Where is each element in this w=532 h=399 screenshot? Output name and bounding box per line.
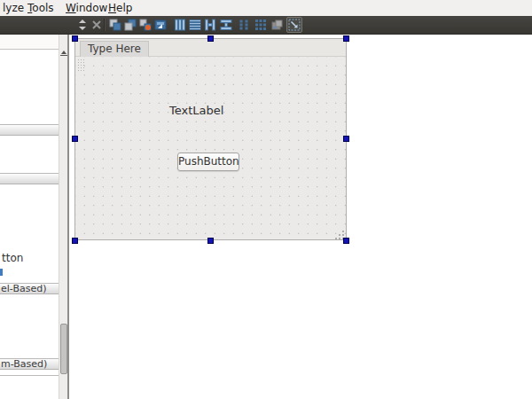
widget-box-section-header-1[interactable] — [0, 124, 59, 136]
selection-handle-mid-right[interactable] — [343, 136, 349, 142]
form-dot-grid[interactable]: TextLabel PushButton — [75, 57, 346, 239]
selection-handle-top-center[interactable] — [207, 35, 214, 42]
widget-item-icon[interactable] — [0, 269, 3, 276]
qt-designer-window: lyze Tools Window Help — [0, 0, 532, 399]
designed-form[interactable]: Type Here TextLabel PushButton — [74, 38, 347, 240]
layout-vertical-splitter-icon[interactable] — [219, 18, 233, 32]
layout-vertical-icon[interactable] — [188, 18, 202, 32]
menu-window[interactable]: Window — [63, 1, 110, 15]
break-layout-icon[interactable] — [270, 18, 284, 32]
selection-handle-bottom-center[interactable] — [207, 238, 214, 244]
layout-indicator-dots — [77, 59, 85, 72]
layout-grid-icon[interactable] — [254, 18, 268, 32]
selection-handle-bottom-left[interactable] — [72, 238, 78, 244]
form-text-label[interactable]: TextLabel — [169, 104, 223, 117]
form-menu-bar: Type Here — [75, 39, 346, 57]
edit-signals-slots-icon[interactable] — [138, 18, 153, 32]
selection-handle-top-left[interactable] — [72, 35, 78, 42]
layout-horizontal-splitter-icon[interactable] — [203, 18, 217, 32]
selection-handle-bottom-right[interactable] — [343, 238, 349, 244]
toolbar-separator — [104, 19, 106, 31]
adjust-size-icon[interactable] — [286, 17, 302, 33]
widget-box-panel-border — [0, 375, 59, 376]
layout-form-icon[interactable] — [237, 18, 251, 32]
updown-arrows-icon[interactable] — [75, 18, 90, 32]
form-push-button[interactable]: PushButton — [177, 153, 239, 171]
selection-handle-top-right[interactable] — [343, 35, 349, 42]
selection-handle-mid-left[interactable] — [72, 136, 78, 142]
widget-box-item-button[interactable]: tton — [2, 252, 23, 264]
menu-placeholder[interactable]: Type Here — [80, 41, 149, 58]
delete-icon[interactable] — [90, 18, 104, 32]
menu-bar: lyze Tools Window Help — [0, 0, 532, 16]
widget-box-sidebar: tton el-Based) m-Based) — [0, 35, 59, 399]
widget-box-section-header-model-based[interactable]: el-Based) — [0, 283, 59, 294]
layout-horizontal-icon[interactable] — [173, 18, 187, 32]
widget-box-section-header-item-based[interactable]: m-Based) — [0, 358, 59, 370]
edit-tab-order-icon[interactable] — [153, 18, 168, 32]
raise-widget-icon[interactable] — [108, 18, 122, 32]
menu-analyze[interactable]: lyze — [0, 1, 27, 15]
sidebar-scrollbar-thumb[interactable] — [60, 324, 67, 374]
widget-box-filter-row[interactable] — [0, 35, 59, 50]
lower-widget-icon[interactable] — [123, 18, 137, 32]
form-editor-toolbar — [0, 16, 532, 35]
menu-tools[interactable]: Tools — [25, 1, 57, 15]
widget-box-section-header-2[interactable] — [0, 173, 59, 184]
scroll-up-icon[interactable] — [60, 51, 67, 57]
sidebar-scrollbar-track — [59, 35, 67, 399]
menu-help[interactable]: Help — [106, 1, 135, 15]
